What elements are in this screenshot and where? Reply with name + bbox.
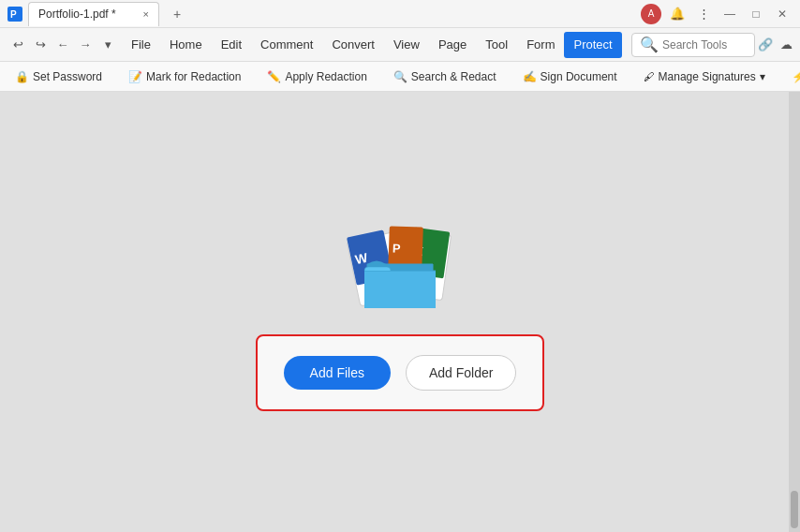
apply-redaction-button[interactable]: ✏️ Apply Redaction (259, 67, 374, 86)
mark-redaction-icon: 📝 (128, 70, 142, 83)
menu-edit[interactable]: Edit (212, 32, 251, 58)
dropdown-icon[interactable]: ▾ (97, 35, 118, 55)
menu-protect[interactable]: Protect (564, 32, 621, 58)
menu-home[interactable]: Home (160, 32, 212, 58)
svg-text:P: P (10, 9, 17, 20)
add-files-button[interactable]: Add Files (284, 356, 391, 390)
app-icon: P (7, 7, 22, 22)
new-tab-button[interactable]: + (165, 2, 189, 26)
cloud-icon[interactable]: ☁ (776, 35, 796, 55)
maximize-button[interactable]: □ (746, 4, 766, 24)
electronic-icon: ⚡ (792, 70, 800, 83)
notifications-icon[interactable]: 🔔 (667, 4, 688, 24)
menu-file[interactable]: File (122, 32, 160, 58)
search-redact-button[interactable]: 🔍 Search & Redact (386, 67, 504, 86)
back-icon[interactable]: ← (52, 35, 73, 55)
menu-page[interactable]: Page (429, 32, 476, 58)
manage-signatures-label: Manage Signatures (659, 70, 756, 83)
electronic-button[interactable]: ⚡ Electro ▸ (784, 67, 800, 86)
redo-icon[interactable]: ↪ (30, 35, 51, 55)
avatar: A (641, 4, 661, 24)
manage-signatures-button[interactable]: 🖋 Manage Signatures ▾ (636, 67, 773, 86)
tab[interactable]: Portfolio-1.pdf * × (28, 2, 159, 26)
forward-icon[interactable]: → (75, 35, 96, 55)
sign-document-button[interactable]: ✍ Sign Document (515, 67, 625, 86)
close-button[interactable]: ✕ (772, 4, 793, 24)
signatures-icon: 🖋 (644, 70, 655, 83)
lock-icon: 🔒 (15, 70, 29, 83)
undo-icon[interactable]: ↩ (7, 35, 28, 55)
protect-toolbar: 🔒 Set Password 📝 Mark for Redaction ✏️ A… (0, 62, 800, 92)
more-options-icon[interactable]: ⋮ (693, 4, 714, 24)
undo-redo-icons: ↩ ↪ ← → ▾ (4, 35, 122, 55)
mark-redaction-label: Mark for Redaction (146, 70, 241, 83)
buttons-panel: Add Files Add Folder (256, 334, 545, 411)
menu-bar: ↩ ↪ ← → ▾ File Home Edit Comment Convert… (0, 28, 800, 62)
title-bar-right: A 🔔 ⋮ — □ ✕ (641, 4, 793, 24)
menu-convert[interactable]: Convert (322, 32, 384, 58)
drop-zone: W X P Add Files Add Folder (256, 213, 545, 411)
search-redact-icon: 🔍 (393, 70, 407, 83)
share-icon[interactable]: 🔗 (755, 35, 776, 55)
svg-text:P: P (393, 242, 402, 256)
set-password-label: Set Password (33, 70, 102, 83)
chevron-down-icon: ▾ (760, 70, 765, 83)
folder-illustration: W X P (325, 213, 475, 316)
content-area: W X P Add Files Add Folder (0, 92, 800, 532)
apply-redaction-label: Apply Redaction (285, 70, 366, 83)
search-tools[interactable]: 🔍 (631, 33, 755, 57)
sign-label: Sign Document (541, 70, 617, 83)
search-redact-label: Search & Redact (411, 70, 496, 83)
scrollbar[interactable] (789, 92, 800, 532)
tab-close-button[interactable]: × (143, 8, 149, 20)
sign-icon: ✍ (523, 70, 537, 83)
set-password-button[interactable]: 🔒 Set Password (7, 67, 110, 86)
menu-view[interactable]: View (384, 32, 429, 58)
title-bar-left: P Portfolio-1.pdf * × + (7, 2, 189, 26)
menu-comment[interactable]: Comment (251, 32, 322, 58)
minimize-button[interactable]: — (719, 4, 740, 24)
menu-tool[interactable]: Tool (476, 32, 517, 58)
add-folder-button[interactable]: Add Folder (406, 355, 516, 391)
title-bar: P Portfolio-1.pdf * × + A 🔔 ⋮ — □ ✕ (0, 0, 800, 28)
menu-form[interactable]: Form (517, 32, 564, 58)
search-icon: 🔍 (640, 36, 659, 53)
mark-for-redaction-button[interactable]: 📝 Mark for Redaction (121, 67, 248, 86)
tab-label: Portfolio-1.pdf * (38, 7, 116, 21)
apply-icon: ✏️ (267, 70, 281, 83)
search-input[interactable] (662, 38, 747, 52)
scrollbar-thumb[interactable] (791, 491, 798, 528)
